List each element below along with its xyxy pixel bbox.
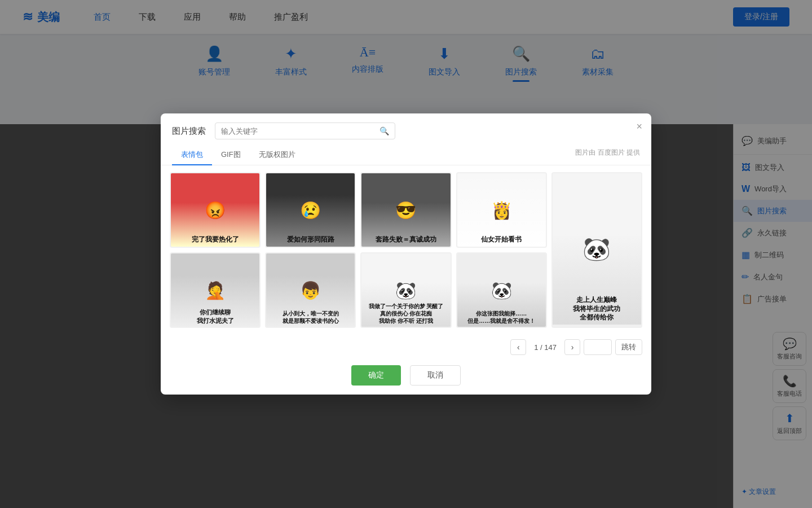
meme-image-4: 👸 仙女开始看书 <box>457 173 546 247</box>
image-credit: 图片由 百度图片 提供 <box>575 145 640 165</box>
meme-image-5: 🐼 走上人生巅峰 我将毕生的武功 全都传给你 <box>553 173 641 325</box>
prev-page-button[interactable]: ‹ <box>510 339 526 355</box>
image-cell-2[interactable]: 😢 爱如何形同陌路 <box>265 172 356 248</box>
meme-text-5: 走上人生巅峰 我将毕生的武功 全都传给你 <box>553 296 641 322</box>
modal-close-button[interactable]: × <box>636 121 642 132</box>
meme-text-7: 从小到大，唯一不变的 就是那颗不爱读书的心 <box>266 310 355 325</box>
tab-copyright-free[interactable]: 无版权图片 <box>250 145 304 165</box>
modal-search-box[interactable]: 🔍 <box>215 122 395 139</box>
meme-text-6: 你们继续聊 我打水泥夫了 <box>171 308 259 325</box>
modal-header: 图片搜索 🔍 × <box>161 113 651 139</box>
confirm-button[interactable]: 确定 <box>351 365 401 386</box>
meme-image-3: 😎 套路失败＝真诚成功 <box>361 173 450 247</box>
meme-text-9: 你这张图我能择…… 但是……我就是舍不得发！ <box>457 310 546 325</box>
page-jump-input[interactable] <box>584 339 612 355</box>
meme-text-8: 我做了一个关于你的梦 哭醒了 真的很伤心 你在花痴 我助你 你不听 还打我 <box>361 303 450 325</box>
image-cell-6[interactable]: 🤦 你们继续聊 我打水泥夫了 <box>170 252 261 328</box>
image-cell-5[interactable]: 🐼 走上人生巅峰 我将毕生的武功 全都传给你 <box>551 172 642 328</box>
image-grid: 😡 完了我要热化了 😢 爱如何形同陌路 😎 套路失败＝真诚成功 <box>170 172 642 328</box>
next-page-button[interactable]: › <box>564 339 580 355</box>
image-cell-1[interactable]: 😡 完了我要热化了 <box>170 172 261 248</box>
modal-tabs: 表情包 GIF图 无版权图片 图片由 百度图片 提供 <box>161 139 651 165</box>
search-input[interactable] <box>221 127 379 135</box>
meme-image-7: 👦 从小到大，唯一不变的 就是那颗不爱读书的心 <box>266 253 355 327</box>
meme-text-2: 爱如何形同陌路 <box>266 235 355 244</box>
page-jump-button[interactable]: 跳转 <box>615 339 642 355</box>
modal-pagination: ‹ 1 / 147 › 跳转 <box>161 335 651 360</box>
cancel-button[interactable]: 取消 <box>410 365 461 386</box>
image-search-modal: 图片搜索 🔍 × 表情包 GIF图 无版权图片 图片由 百度图片 提供 😡 完了… <box>161 113 651 395</box>
meme-text-3: 套路失败＝真诚成功 <box>361 235 450 244</box>
image-cell-4[interactable]: 👸 仙女开始看书 <box>456 172 547 248</box>
image-cell-9[interactable]: 🐼 你这张图我能择…… 但是……我就是舍不得发！ <box>456 252 547 328</box>
image-cell-7[interactable]: 👦 从小到大，唯一不变的 就是那颗不爱读书的心 <box>265 252 356 328</box>
tab-gif[interactable]: GIF图 <box>212 145 250 165</box>
image-cell-8[interactable]: 🐼 我做了一个关于你的梦 哭醒了 真的很伤心 你在花痴 我助你 你不听 还打我 <box>360 252 451 328</box>
page-info: 1 / 147 <box>529 343 561 352</box>
image-cell-3[interactable]: 😎 套路失败＝真诚成功 <box>360 172 451 248</box>
meme-image-9: 🐼 你这张图我能择…… 但是……我就是舍不得发！ <box>457 253 546 327</box>
modal-title: 图片搜索 <box>172 126 206 137</box>
meme-image-1: 😡 完了我要热化了 <box>171 173 259 247</box>
modal-body: 😡 完了我要热化了 😢 爱如何形同陌路 😎 套路失败＝真诚成功 <box>161 165 651 335</box>
tab-sticker[interactable]: 表情包 <box>172 145 212 165</box>
meme-image-8: 🐼 我做了一个关于你的梦 哭醒了 真的很伤心 你在花痴 我助你 你不听 还打我 <box>361 253 450 327</box>
modal-overlay: 图片搜索 🔍 × 表情包 GIF图 无版权图片 图片由 百度图片 提供 😡 完了… <box>0 0 812 508</box>
meme-image-2: 😢 爱如何形同陌路 <box>266 173 355 247</box>
meme-image-6: 🤦 你们继续聊 我打水泥夫了 <box>171 253 259 327</box>
modal-footer: 确定 取消 <box>161 360 651 395</box>
meme-text-1: 完了我要热化了 <box>171 235 259 244</box>
meme-text-4: 仙女开始看书 <box>457 235 546 244</box>
search-icon: 🔍 <box>379 126 389 135</box>
